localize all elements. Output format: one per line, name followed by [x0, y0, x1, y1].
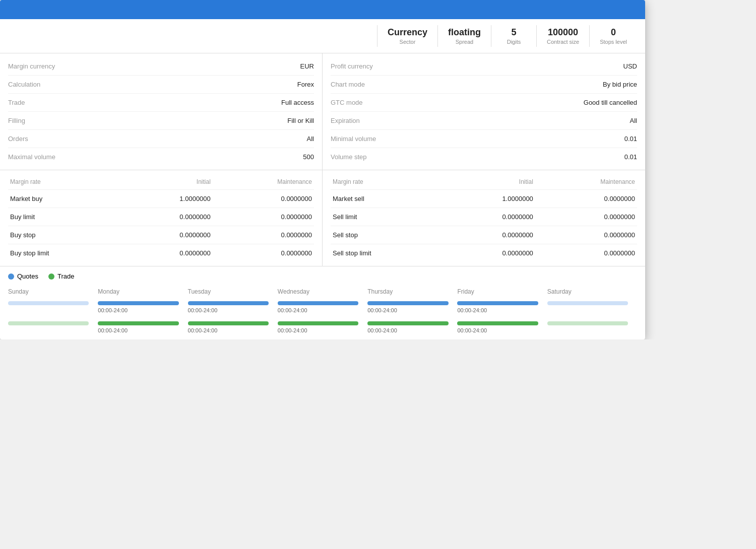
ml-row-label-3: Buy stop limit: [8, 244, 121, 262]
left-prop-value-3: Fill or Kill: [287, 117, 314, 124]
right-prop-value-4: 0.01: [624, 135, 637, 143]
quotes-bar-2: [188, 301, 269, 305]
spec-value-3: 100000: [547, 27, 579, 38]
trade-bar-cell-5: [457, 321, 547, 325]
margin-right-col: Margin rate Initial Maintenance Market s…: [323, 170, 645, 266]
header-row: Currency Sectorfloating Spread5 Digits10…: [0, 19, 645, 53]
ml-header-label: Margin rate: [8, 174, 121, 190]
day-labels-row: SundayMondayTuesdayWednesdayThursdayFrid…: [8, 288, 637, 299]
quotes-bar-cell-1: [98, 301, 187, 305]
ml-row-0: Market buy 1.0000000 0.0000000: [8, 190, 314, 208]
spec-value-2: 5: [501, 27, 526, 38]
trade-bars-row: [8, 321, 637, 325]
quotes-bar-cell-3: [278, 301, 367, 305]
quotes-time-2: 00:00-24:00: [188, 307, 278, 313]
spec-label-2: Digits: [501, 39, 526, 45]
right-prop-row-3: Expiration All: [331, 112, 637, 130]
quotes-bar-cell-0: [8, 301, 98, 305]
right-prop-row-2: GTC mode Good till cancelled: [331, 94, 637, 112]
left-prop-label-1: Calculation: [8, 81, 40, 88]
ml-row-3: Buy stop limit 0.0000000 0.0000000: [8, 244, 314, 262]
quotes-bar-3: [278, 301, 358, 305]
ml-row-1: Buy limit 0.0000000 0.0000000: [8, 208, 314, 226]
day-label-4: Thursday: [367, 288, 457, 299]
mr-row-label-3: Sell stop limit: [331, 244, 443, 262]
trade-bar-6: [547, 321, 628, 325]
mr-row-initial-3: 0.0000000: [443, 244, 535, 262]
day-label-0: Sunday: [8, 288, 98, 299]
ml-row-maint-2: 0.0000000: [213, 226, 314, 244]
mr-row-maint-2: 0.0000000: [535, 226, 637, 244]
mr-header-initial: Initial: [443, 174, 535, 190]
left-prop-label-2: Trade: [8, 99, 25, 106]
ml-row-maint-3: 0.0000000: [213, 244, 314, 262]
ml-row-label-1: Buy limit: [8, 208, 121, 226]
right-prop-value-3: All: [630, 117, 637, 124]
mr-row-initial-0: 1.0000000: [443, 190, 535, 208]
day-label-1: Monday: [98, 288, 187, 299]
legend-label-1: Trade: [57, 272, 74, 280]
ml-header-maintenance: Maintenance: [213, 174, 314, 190]
day-label-5: Friday: [457, 288, 547, 299]
trade-bar-cell-4: [367, 321, 457, 325]
mr-row-1: Sell limit 0.0000000 0.0000000: [331, 208, 637, 226]
right-prop-value-2: Good till cancelled: [584, 99, 637, 106]
left-prop-label-5: Maximal volume: [8, 153, 55, 161]
mr-row-maint-3: 0.0000000: [535, 244, 637, 262]
right-prop-row-5: Volume step 0.01: [331, 148, 637, 166]
trade-bar-cell-6: [547, 321, 637, 325]
spec-value-4: 0: [600, 27, 627, 38]
ml-row-label-0: Market buy: [8, 190, 121, 208]
right-prop-value-5: 0.01: [624, 153, 637, 161]
right-prop-row-0: Profit currency USD: [331, 57, 637, 76]
ml-row-label-2: Buy stop: [8, 226, 121, 244]
trade-bar-cell-1: [98, 321, 187, 325]
spec-label-3: Contract size: [547, 39, 579, 45]
trade-bar-cell-2: [188, 321, 278, 325]
right-prop-value-1: By bid price: [603, 81, 637, 88]
quotes-time-4: 00:00-24:00: [367, 307, 457, 313]
left-prop-value-1: Forex: [297, 81, 314, 88]
quotes-bar-1: [98, 301, 178, 305]
contract-spec-dialog: Currency Sectorfloating Spread5 Digits10…: [0, 0, 645, 339]
mr-row-0: Market sell 1.0000000 0.0000000: [331, 190, 637, 208]
right-prop-label-3: Expiration: [331, 117, 360, 124]
right-prop-row-4: Minimal volume 0.01: [331, 130, 637, 148]
right-properties: Profit currency USDChart mode By bid pri…: [323, 53, 645, 170]
mr-row-3: Sell stop limit 0.0000000 0.0000000: [331, 244, 637, 262]
legend-dot-0: [8, 273, 14, 280]
left-prop-row-3: Filling Fill or Kill: [8, 112, 314, 130]
ml-row-maint-1: 0.0000000: [213, 208, 314, 226]
trade-time-4: 00:00-24:00: [367, 327, 457, 333]
left-prop-row-4: Orders All: [8, 130, 314, 148]
quotes-bar-0: [8, 301, 89, 305]
spec-item-3: 100000 Contract size: [536, 25, 589, 47]
mr-header-maintenance: Maintenance: [535, 174, 637, 190]
day-label-2: Tuesday: [188, 288, 278, 299]
sessions-section: Quotes Trade SundayMondayTuesdayWednesda…: [0, 266, 645, 339]
legend-dot-1: [48, 273, 54, 280]
spec-value-0: Currency: [388, 27, 427, 38]
trade-time-6: [547, 327, 637, 333]
spec-label-1: Spread: [448, 39, 481, 45]
quotes-time-6: [547, 307, 637, 313]
spec-item-2: 5 Digits: [491, 25, 536, 47]
right-prop-label-0: Profit currency: [331, 62, 373, 70]
quotes-time-0: [8, 307, 98, 313]
left-prop-label-3: Filling: [8, 117, 25, 124]
header-specs: Currency Sectorfloating Spread5 Digits10…: [377, 25, 637, 47]
trade-time-5: 00:00-24:00: [457, 327, 547, 333]
margin-left-table: Margin rate Initial Maintenance Market b…: [8, 174, 314, 262]
trade-bar-cell-3: [278, 321, 367, 325]
quotes-bar-6: [547, 301, 628, 305]
trade-time-3: 00:00-24:00: [278, 327, 367, 333]
trade-bar-2: [188, 321, 269, 325]
symbol-info: [8, 25, 377, 47]
left-prop-value-0: EUR: [300, 62, 314, 70]
mr-row-initial-1: 0.0000000: [443, 208, 535, 226]
spec-item-4: 0 Stops level: [589, 25, 637, 47]
mr-header-label: Margin rate: [331, 174, 443, 190]
legend-label-0: Quotes: [17, 272, 38, 280]
quotes-times-row: 00:00-24:0000:00-24:0000:00-24:0000:00-2…: [8, 307, 637, 313]
right-prop-row-1: Chart mode By bid price: [331, 76, 637, 94]
